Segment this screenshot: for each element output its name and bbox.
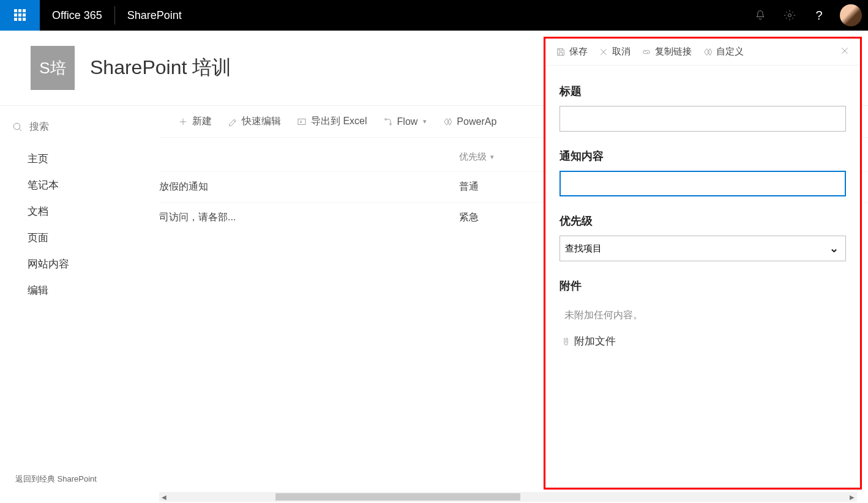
site-title[interactable]: SharePoint 培训	[90, 54, 231, 81]
label-content: 通知内容	[559, 149, 846, 163]
input-content[interactable]	[559, 171, 846, 196]
nav-item-sitecontent[interactable]: 网站内容	[0, 251, 159, 277]
cmd-export-label: 导出到 Excel	[311, 115, 367, 128]
svg-point-4	[389, 123, 391, 125]
search-placeholder: 搜索	[29, 121, 49, 133]
nav-item-pages[interactable]: 页面	[0, 225, 159, 251]
brand-app[interactable]: SharePoint	[115, 9, 194, 22]
panel-copylink-button[interactable]: 复制链接	[639, 45, 694, 59]
cmd-new[interactable]: 新建	[174, 113, 215, 130]
cmd-flow[interactable]: Flow ▾	[380, 114, 431, 130]
panel-save-button[interactable]: 保存	[553, 45, 590, 59]
chevron-down-icon: ▾	[490, 153, 494, 161]
scroll-left-arrow[interactable]: ◀	[159, 492, 169, 502]
svg-point-1	[13, 123, 20, 130]
user-avatar[interactable]	[840, 4, 862, 26]
svg-point-3	[384, 118, 386, 120]
horizontal-scrollbar[interactable]: ◀ ▶	[159, 492, 857, 502]
label-title: 标题	[559, 84, 846, 99]
label-attachments: 附件	[559, 278, 846, 293]
site-tile: S培	[31, 46, 75, 90]
nav-item-home[interactable]: 主页	[0, 146, 159, 172]
panel-customize-button[interactable]: 自定义	[700, 45, 746, 59]
form-panel: 保存 取消 复制链接 自定义 标题 通知内容 优先级	[544, 37, 862, 490]
app-launcher-button[interactable]	[0, 0, 40, 31]
panel-toolbar: 保存 取消 复制链接 自定义	[546, 39, 859, 65]
row-title: 司访问，请各部...	[159, 211, 459, 224]
column-header-priority[interactable]: 优先级 ▾	[459, 151, 557, 163]
select-priority[interactable]	[559, 236, 846, 261]
scroll-thumb[interactable]	[275, 493, 520, 501]
label-priority: 优先级	[559, 214, 846, 228]
nav-item-documents[interactable]: 文档	[0, 198, 159, 225]
brand-office[interactable]: Office 365	[40, 9, 114, 22]
cmd-quickedit-label: 快速编辑	[242, 115, 281, 128]
settings-icon[interactable]	[775, 0, 804, 31]
notifications-icon[interactable]	[746, 0, 775, 31]
svg-rect-2	[298, 119, 305, 124]
nav-item-edit[interactable]: 编辑	[0, 277, 159, 304]
row-title: 放假的通知	[159, 181, 459, 193]
panel-cancel-button[interactable]: 取消	[596, 45, 633, 59]
row-priority: 紧急	[459, 211, 557, 224]
panel-close-button[interactable]	[837, 43, 852, 60]
waffle-icon	[14, 9, 26, 21]
cmd-powerapps[interactable]: PowerAp	[439, 114, 500, 130]
search-input[interactable]: 搜索	[12, 117, 147, 137]
classic-sharepoint-link[interactable]: 返回到经典 SharePoint	[0, 468, 159, 491]
cmd-powerapps-label: PowerAp	[457, 116, 496, 127]
attachments-empty: 未附加任何内容。	[559, 300, 846, 330]
left-nav: 搜索 主页 笔记本 文档 页面 网站内容 编辑 返回到经典 SharePoint	[0, 106, 159, 491]
cmd-flow-label: Flow	[397, 116, 418, 127]
chevron-down-icon: ▾	[423, 117, 427, 125]
input-title[interactable]	[559, 106, 846, 132]
panel-body: 标题 通知内容 优先级 ⌄ 附件 未附加任何内容。 附加文件	[546, 65, 859, 364]
row-priority: 普通	[459, 181, 557, 193]
cmd-new-label: 新建	[192, 115, 212, 128]
scroll-right-arrow[interactable]: ▶	[847, 492, 857, 502]
nav-item-notebook[interactable]: 笔记本	[0, 172, 159, 198]
cmd-export[interactable]: 导出到 Excel	[293, 113, 371, 130]
topbar: Office 365 SharePoint ?	[0, 0, 868, 31]
cmd-quickedit[interactable]: 快速编辑	[224, 113, 285, 130]
help-icon[interactable]: ?	[804, 0, 834, 31]
svg-point-0	[788, 14, 791, 17]
attach-file-button[interactable]: 附加文件	[559, 330, 846, 352]
